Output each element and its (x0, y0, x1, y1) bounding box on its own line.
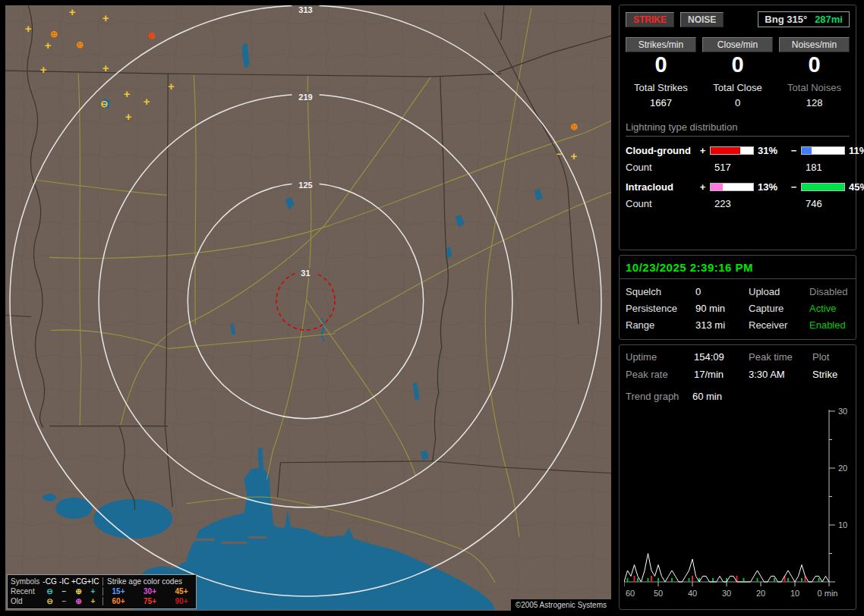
x-tick-40: 40 (688, 589, 697, 598)
squelch-label: Squelch (626, 286, 695, 297)
strike-symbol: + (168, 80, 175, 93)
trend-graph-header: Trend graph 60 min (624, 391, 853, 402)
ic-minus-percent: 45% (847, 181, 864, 193)
bearing-readout: Bng 315° 287mi (758, 11, 850, 27)
map-canvas: 313 219 125 31 ++++⊕⊕⊕++++⊖++⊕+− (5, 5, 611, 611)
strike-symbol: ⊕ (76, 39, 84, 50)
ic-plus-count: 223 (710, 198, 754, 209)
age-90: 90+ (170, 597, 193, 605)
strikes-per-min-value: 0 (626, 53, 696, 77)
nexstorm-app: { "map": { "ring_labels": ["313", "219",… (0, 0, 864, 616)
age-15: 15+ (107, 587, 130, 596)
ic-plus-bar (710, 183, 754, 191)
recent-ic-plus-icon: + (86, 587, 100, 596)
peak-rate-label: Peak rate (626, 369, 694, 380)
cg-count-label: Count (626, 162, 695, 173)
x-tick-10: 10 (790, 589, 799, 598)
recent-ic-minus-icon: − (57, 587, 71, 596)
strike-symbol: + (45, 39, 52, 52)
capture-label: Capture (749, 303, 809, 314)
strike-symbol: + (25, 22, 32, 35)
noise-toggle-button[interactable]: NOISE (680, 12, 724, 27)
ring-label-31: 31 (301, 269, 310, 278)
axis-ticks (624, 411, 835, 586)
noises-per-min-counter: Noises/min 0 (779, 37, 850, 77)
strike-symbol: ⊕ (570, 121, 578, 132)
ic-count-label: Count (626, 198, 695, 209)
system-status-panel: 10/23/2025 2:39:16 PM Squelch 0 Upload D… (619, 255, 856, 340)
ring-label-313: 313 (298, 5, 312, 14)
trend-line (624, 554, 829, 583)
map-legend: Symbols -CG -IC +CG +IC Strike age color… (7, 574, 197, 609)
ic-minus-sign: − (789, 181, 799, 193)
strike-toggle-button[interactable]: STRIKE (626, 12, 674, 27)
cg-plus-count: 517 (710, 162, 754, 173)
uptime-label: Uptime (626, 351, 694, 363)
total-strikes: Total Strikes 1667 (626, 82, 696, 108)
legend-old-label: Old (11, 597, 43, 605)
datetime-display: 10/23/2025 2:39:16 PM (620, 256, 856, 279)
noises-per-min-value: 0 (779, 53, 850, 77)
peak-time-label: Peak time (749, 351, 812, 363)
trend-strike-marks (628, 576, 819, 582)
x-tick-60: 60 (626, 589, 635, 598)
uptime-value: 154:09 (694, 351, 749, 363)
legend-col-ic-minus: -IC (57, 577, 71, 586)
ic-plus-sign: + (698, 181, 708, 193)
total-close-label: Total Close (702, 82, 773, 93)
capture-value: Active (809, 303, 850, 314)
age-60: 60+ (107, 597, 130, 605)
counters-panel: STRIKE NOISE Bng 315° 287mi Strikes/min … (619, 5, 856, 250)
status-panel: STRIKE NOISE Bng 315° 287mi Strikes/min … (617, 0, 860, 616)
ring-label-219: 219 (298, 93, 312, 102)
cg-minus-count: 181 (801, 162, 845, 173)
recent-cg-plus-icon: ⊕ (71, 587, 86, 596)
strike-symbol: + (125, 110, 132, 123)
trend-graph-canvas: 30 20 10 60 50 40 30 20 10 0 min (624, 407, 853, 605)
noises-per-min-button[interactable]: Noises/min (779, 37, 850, 52)
trend-panel: Uptime 154:09 Peak time Plot Peak rate 1… (619, 344, 856, 610)
cg-minus-percent: 11% (847, 145, 864, 156)
cg-minus-sign: − (789, 145, 799, 156)
total-strikes-value: 1667 (626, 97, 696, 108)
strikes-per-min-counter: Strikes/min 0 (626, 37, 696, 77)
cloud-ground-label: Cloud-ground (626, 145, 695, 156)
bearing-distance: 287mi (815, 14, 843, 25)
lightning-map[interactable]: 313 219 125 31 ++++⊕⊕⊕++++⊖++⊕+− Symbols… (5, 5, 611, 611)
close-per-min-counter: Close/min 0 (702, 37, 773, 77)
strike-symbol: − (556, 149, 561, 159)
cg-plus-sign: + (698, 145, 708, 156)
strike-symbol: + (571, 149, 578, 162)
strike-symbol: + (143, 95, 150, 108)
strikes-per-min-button[interactable]: Strikes/min (626, 37, 696, 52)
old-cg-plus-icon: ⊕ (71, 597, 86, 605)
range-value: 313 mi (695, 319, 749, 331)
upload-value: Disabled (809, 286, 850, 297)
intracloud-row: Intracloud + 13% − 45% (626, 181, 850, 193)
ring-label-125: 125 (298, 181, 312, 190)
copyright-text: ©2005 Astrogenic Systems (511, 599, 611, 611)
axis-labels: 30 20 10 60 50 40 30 20 10 0 min (626, 407, 847, 598)
bearing-label: Bng 315° (765, 14, 807, 25)
x-tick-30: 30 (722, 589, 731, 598)
y-tick-20: 20 (838, 464, 847, 473)
x-tick-50: 50 (654, 589, 663, 598)
strike-symbol: + (102, 11, 109, 24)
age-75: 75+ (139, 597, 162, 605)
strike-symbol: + (102, 61, 109, 74)
old-ic-minus-icon: − (57, 597, 71, 605)
receiver-value: Enabled (809, 319, 850, 331)
y-tick-30: 30 (838, 407, 847, 416)
total-close-value: 0 (702, 97, 773, 108)
legend-symbols-header: Symbols (11, 577, 43, 586)
trend-window-value: 60 min (692, 391, 722, 402)
old-ic-plus-icon: + (86, 597, 100, 605)
peak-rate-value: 17/min (694, 369, 749, 380)
strike-symbol: + (40, 63, 47, 76)
legend-col-cg-minus: -CG (43, 577, 57, 586)
intracloud-count-row: Count 223 746 (626, 198, 850, 209)
close-per-min-button[interactable]: Close/min (702, 37, 773, 52)
legend-col-ic-plus: +IC (86, 577, 100, 586)
upload-label: Upload (749, 286, 809, 297)
intracloud-label: Intracloud (626, 181, 695, 193)
